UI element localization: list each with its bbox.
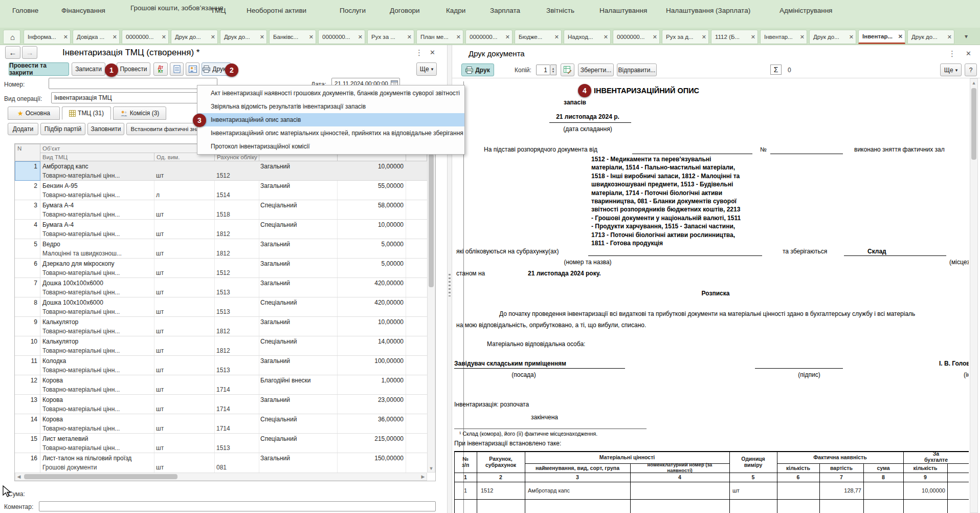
tab-informa[interactable]: Інформа...✕ (24, 30, 71, 44)
col-header-n[interactable]: N (15, 144, 40, 161)
tab-plan[interactable]: План ме...✕ (416, 30, 463, 44)
table-row[interactable]: 3 Бумага А-4 Спеціальний 58,00000 Товарн… (15, 200, 427, 220)
close-icon[interactable]: ✕ (945, 34, 952, 40)
close-icon[interactable]: ✕ (602, 34, 608, 40)
tab-nadkhod[interactable]: Надход...✕ (564, 30, 611, 44)
help-button[interactable]: ? (965, 63, 977, 76)
close-icon[interactable]: ✕ (651, 34, 657, 40)
copies-stepper[interactable] (536, 65, 550, 75)
send-document-button[interactable]: Відправити... (617, 63, 657, 76)
tab-rukh-2[interactable]: Рух за д...✕ (662, 30, 709, 44)
menu-item-home[interactable]: Головне (12, 7, 38, 14)
tab-inventar-2-active[interactable]: Інвентар...✕ (858, 30, 905, 44)
batch-pick-button[interactable]: Підбір партій (40, 123, 85, 135)
scroll-up-icon[interactable]: ▲ (970, 80, 978, 86)
scroll-left-icon[interactable]: ◀ (16, 474, 22, 480)
close-icon[interactable]: ✕ (258, 34, 264, 40)
table-row[interactable]: 15 Лист металевий Спеціальний 215,00000 … (15, 434, 427, 453)
menu-item-protocol[interactable]: Протокол інвентаризаційної комісії (197, 140, 464, 153)
vertical-scroll-thumb[interactable] (429, 154, 434, 287)
close-icon[interactable]: ✕ (209, 34, 215, 40)
close-icon[interactable]: ✕ (503, 34, 510, 40)
doc-tab-tmc-active[interactable]: ТМЦ (31) (62, 106, 111, 120)
close-icon[interactable]: ✕ (454, 34, 461, 40)
tab-overflow-arrow[interactable]: ▾ (965, 33, 968, 40)
close-icon[interactable]: ✕ (966, 50, 971, 57)
close-icon[interactable]: ✕ (896, 33, 903, 40)
menu-item-comparison-sheet[interactable]: Звіряльна відомість результатів інвентар… (197, 100, 464, 113)
menu-item-administration[interactable]: Адміністрування (779, 7, 832, 14)
more-actions-button[interactable]: Ще▾ (416, 62, 437, 76)
sum-selected-box[interactable]: Σ (770, 65, 782, 75)
close-icon[interactable]: ✕ (700, 34, 706, 40)
save-document-button[interactable]: Зберегти... (578, 63, 614, 76)
menu-item-inventory-list-custody[interactable]: Інвентаризаційний опис матеріальних цінн… (197, 126, 464, 140)
menu-item-tmc[interactable]: ТМЦ (211, 7, 226, 14)
tab-druk-4[interactable]: Друк до...✕ (907, 30, 954, 44)
menu-item-salary[interactable]: Зарплата (490, 7, 520, 14)
tab-0000000-4[interactable]: 0000000...✕ (613, 30, 660, 44)
tab-0000000-3[interactable]: 0000000...✕ (465, 30, 513, 44)
tab-druk-3[interactable]: Друк до...✕ (809, 30, 856, 44)
tab-dovidka[interactable]: Довідка ...✕ (73, 30, 120, 44)
save-button[interactable]: Записати (72, 62, 105, 76)
comment-field[interactable] (39, 501, 436, 511)
table-row[interactable]: 16 Лист-талон на пільговий проїзд Загаль… (15, 453, 427, 473)
print-button[interactable]: Друк (461, 63, 494, 76)
close-icon[interactable]: ✕ (160, 34, 166, 40)
close-icon[interactable]: ✕ (405, 34, 412, 40)
kebab-icon[interactable]: ⋮ (948, 49, 956, 58)
tab-0000000-1[interactable]: 0000000...✕ (122, 30, 169, 44)
tab-0000000-2[interactable]: 0000000...✕ (318, 30, 365, 44)
close-icon[interactable]: ✕ (61, 34, 68, 40)
menu-item-cash[interactable]: Грошові кошти, зобов’язання (130, 3, 224, 13)
table-row[interactable]: 10 Калькулятор Спеціальний 14,00000 Това… (15, 336, 427, 356)
post-button[interactable]: Провести (117, 62, 150, 76)
tab-inventar-1[interactable]: Інвентар...✕ (760, 30, 807, 44)
splitter-handle[interactable] (449, 274, 451, 296)
scroll-down-icon[interactable]: ▼ (427, 465, 435, 472)
table-row[interactable]: 12 Корова Благодійні внески 1,00000 Това… (15, 375, 427, 395)
menu-item-noncurrent[interactable]: Необоротні активи (247, 7, 306, 14)
close-icon[interactable]: ✕ (798, 34, 805, 40)
kebab-icon[interactable]: ⋮ (415, 48, 423, 57)
close-icon[interactable]: ✕ (430, 49, 435, 56)
doc-tab-osnovna[interactable]: ★ Основна (8, 106, 60, 120)
table-row[interactable]: 14 Корова Спеціальний 36,00000 Товарно-м… (15, 414, 427, 434)
more-actions-button[interactable]: Ще▾ (940, 63, 962, 76)
post-and-close-button[interactable]: Провести та закрити (9, 62, 69, 76)
table-row[interactable]: 5 Ведро Загальний 5,00000 Малоцінні та ш… (15, 239, 427, 259)
table-row-selected[interactable]: 1 Амбротард капс Загальний 10,00000 Това… (15, 161, 427, 181)
menu-item-hr[interactable]: Кадри (446, 7, 465, 14)
close-icon[interactable]: ✕ (749, 34, 755, 40)
tab-1112[interactable]: 1112 (Б...✕ (711, 30, 758, 44)
forward-button[interactable]: → (22, 46, 37, 59)
table-row[interactable]: 2 Бензин А-95 Загальний 55,00000 Товарно… (15, 181, 427, 200)
table-row[interactable]: 7 Дошка 100х100х6000 Загальний 420,00000… (15, 278, 427, 297)
menu-item-settings-salary[interactable]: Налаштування (Зарплата) (666, 7, 750, 14)
scroll-right-icon[interactable]: ▶ (420, 474, 426, 480)
responsible-person-button[interactable] (186, 62, 199, 76)
horizontal-scroll-thumb[interactable] (24, 474, 177, 479)
menu-item-financing[interactable]: Фінансування (61, 7, 105, 14)
menu-item-contracts[interactable]: Договори (390, 7, 420, 14)
tab-budzhe[interactable]: Бюдже...✕ (515, 30, 562, 44)
tab-druk-1[interactable]: Друк до...✕ (171, 30, 218, 44)
home-tab[interactable]: ⌂ (3, 30, 20, 44)
fill-button[interactable]: Заповнити (87, 123, 124, 135)
back-button[interactable]: ← (5, 46, 20, 59)
document-structure-button[interactable] (170, 62, 184, 76)
menu-item-inventory-list[interactable]: Інвентаризаційний опис запасів (197, 113, 464, 126)
close-icon[interactable]: ✕ (356, 34, 363, 40)
preview-scroll-thumb[interactable] (971, 88, 976, 160)
tab-rukh-1[interactable]: Рух за ...✕ (367, 30, 414, 44)
menu-item-services[interactable]: Послуги (340, 7, 366, 14)
table-row[interactable]: 9 Калькулятор Загальний 10,00000 Товарно… (15, 317, 427, 336)
table-row[interactable]: 13 Корова Загальний 23,00000 Товарно-мат… (15, 395, 427, 414)
tab-bankivs[interactable]: Банківс...✕ (269, 30, 316, 44)
table-row[interactable]: 6 Дзеркало для мікроскопу Загальний 5,00… (15, 259, 427, 278)
col-header-kind[interactable]: Вид ТМЦ (40, 153, 154, 161)
tab-druk-2[interactable]: Друк до...✕ (220, 30, 267, 44)
doc-tab-komisiya[interactable]: Комісія (3) (113, 106, 166, 120)
close-icon[interactable]: ✕ (307, 34, 314, 40)
